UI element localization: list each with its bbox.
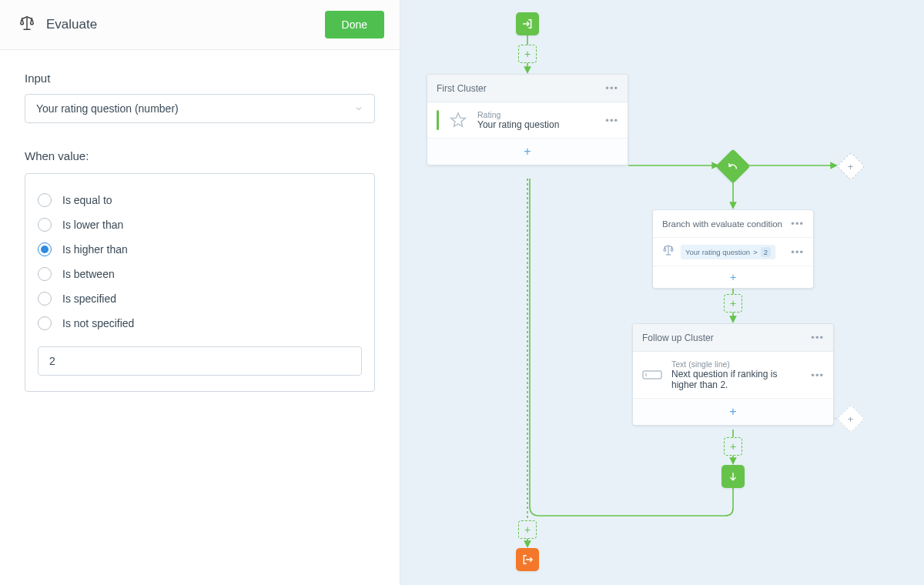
cluster-followup[interactable]: Follow up Cluster ••• Text (single line)… bbox=[632, 323, 834, 426]
when-option-label: Is not specified bbox=[62, 317, 134, 329]
when-option-label: Is between bbox=[62, 268, 115, 280]
radio-icon bbox=[38, 218, 52, 232]
branch-add-slot[interactable]: + bbox=[837, 405, 865, 433]
flow-add-slot[interactable]: + bbox=[518, 45, 537, 63]
when-option[interactable]: Is between bbox=[38, 262, 362, 286]
cluster-menu-button[interactable]: ••• bbox=[605, 82, 618, 94]
radio-icon bbox=[38, 292, 52, 306]
branch-node[interactable]: Branch with evaluate condition ••• Your … bbox=[652, 209, 814, 289]
exit-icon bbox=[521, 553, 534, 566]
question-accent bbox=[437, 110, 439, 130]
panel-body: Input Your rating question (number) When… bbox=[0, 50, 400, 413]
flow-canvas[interactable]: + First Cluster ••• Rating Your rating q… bbox=[400, 0, 924, 585]
condition-value: 2 bbox=[761, 247, 771, 257]
cluster-title: Follow up Cluster bbox=[642, 333, 714, 343]
scale-icon bbox=[662, 244, 675, 259]
evaluate-panel: Evaluate Done Input Your rating question… bbox=[0, 0, 400, 585]
panel-title: Evaluate bbox=[46, 17, 97, 32]
when-option[interactable]: Is equal to bbox=[38, 188, 362, 212]
when-option[interactable]: Is specified bbox=[38, 286, 362, 311]
star-icon bbox=[448, 110, 468, 130]
branch-add-slot[interactable]: + bbox=[837, 152, 865, 181]
cluster-add-question[interactable]: + bbox=[633, 398, 833, 425]
question-type: Text (single line) bbox=[671, 359, 787, 369]
cluster-first[interactable]: First Cluster ••• Rating Your rating que… bbox=[427, 74, 628, 165]
input-select-value: Your rating question (number) bbox=[36, 102, 179, 115]
when-label: When value: bbox=[25, 149, 375, 162]
start-node[interactable] bbox=[516, 12, 539, 35]
question-title: Next question if ranking is higher than … bbox=[671, 369, 787, 390]
radio-icon bbox=[38, 316, 52, 330]
evaluate-node[interactable] bbox=[715, 149, 750, 183]
flow-add-slot[interactable]: + bbox=[724, 294, 742, 313]
condition-op: > bbox=[753, 248, 758, 256]
return-icon bbox=[728, 160, 738, 173]
question-title: Your rating question bbox=[477, 119, 559, 130]
when-options-box: Is equal toIs lower thanIs higher thanIs… bbox=[25, 173, 375, 392]
end-node[interactable] bbox=[516, 548, 539, 571]
condition-field: Your rating question bbox=[685, 248, 750, 256]
radio-icon bbox=[38, 267, 52, 281]
question-row[interactable]: Rating Your rating question ••• bbox=[427, 102, 628, 138]
text-input-icon bbox=[642, 365, 662, 385]
question-row[interactable]: Text (single line) Next question if rank… bbox=[633, 352, 833, 398]
input-select[interactable]: Your rating question (number) bbox=[25, 94, 375, 123]
merge-node[interactable] bbox=[721, 465, 745, 488]
when-option[interactable]: Is not specified bbox=[38, 311, 362, 336]
panel-header: Evaluate Done bbox=[0, 0, 400, 50]
when-option-label: Is equal to bbox=[62, 194, 112, 206]
when-option-label: Is higher than bbox=[62, 243, 128, 256]
condition-menu-button[interactable]: ••• bbox=[791, 246, 804, 258]
when-option-label: Is specified bbox=[62, 292, 116, 305]
svg-marker-12 bbox=[451, 113, 465, 126]
cluster-header: Follow up Cluster ••• bbox=[633, 324, 833, 352]
chevron-down-icon bbox=[354, 104, 363, 113]
enter-icon bbox=[521, 18, 534, 30]
scale-icon bbox=[18, 15, 35, 35]
when-option-label: Is lower than bbox=[62, 219, 123, 231]
radio-icon bbox=[38, 193, 52, 207]
input-label: Input bbox=[25, 72, 375, 85]
condition-pill: Your rating question > 2 bbox=[681, 245, 775, 259]
cluster-title: First Cluster bbox=[437, 83, 487, 94]
branch-title: Branch with evaluate condition bbox=[662, 219, 782, 229]
question-type: Rating bbox=[477, 110, 559, 119]
when-option[interactable]: Is higher than bbox=[38, 237, 362, 262]
branch-add-condition[interactable]: + bbox=[653, 266, 813, 288]
when-option[interactable]: Is lower than bbox=[38, 212, 362, 237]
branch-condition-row[interactable]: Your rating question > 2 ••• bbox=[653, 237, 813, 266]
arrow-down-icon bbox=[728, 471, 738, 482]
flow-add-slot[interactable]: + bbox=[724, 437, 742, 456]
cluster-add-question[interactable]: + bbox=[427, 138, 628, 165]
flow-add-slot[interactable]: + bbox=[518, 520, 537, 539]
cluster-header: First Cluster ••• bbox=[427, 75, 628, 102]
radio-icon bbox=[38, 242, 52, 256]
threshold-input[interactable] bbox=[38, 346, 362, 376]
question-menu-button[interactable]: ••• bbox=[811, 369, 824, 381]
cluster-menu-button[interactable]: ••• bbox=[811, 332, 824, 343]
branch-menu-button[interactable]: ••• bbox=[791, 218, 804, 229]
question-menu-button[interactable]: ••• bbox=[605, 115, 618, 126]
done-button[interactable]: Done bbox=[325, 11, 384, 38]
